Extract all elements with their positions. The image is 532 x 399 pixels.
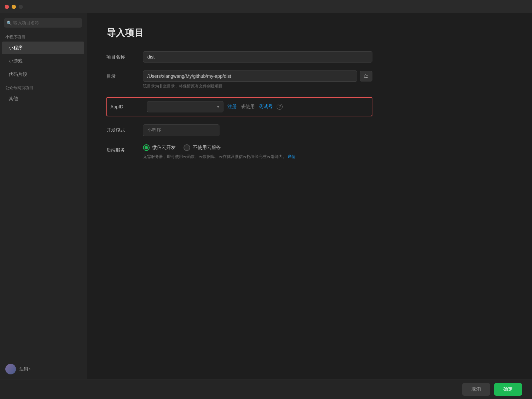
radio-option-cloud[interactable]: 微信云开发 bbox=[143, 144, 176, 151]
bottom-bar: 取消 确定 bbox=[0, 379, 532, 399]
radio-circle-cloud bbox=[143, 144, 150, 151]
appid-label: AppID bbox=[110, 104, 140, 109]
detail-link[interactable]: 详情 bbox=[288, 154, 296, 159]
logout-button[interactable]: 注销 › bbox=[19, 366, 31, 372]
form-row-name: 项目名称 bbox=[106, 51, 372, 63]
cancel-button[interactable]: 取消 bbox=[462, 383, 490, 396]
app-body: 🔍 小程序项目 小程序 小游戏 代码片段 公众号网页项目 其他 注销 › 导入项… bbox=[0, 13, 532, 379]
backend-label: 后端服务 bbox=[106, 144, 136, 153]
section-title-webproject: 公众号网页项目 bbox=[0, 81, 86, 92]
appid-row: AppID ▼ 注册 或使用 测试号 ? bbox=[106, 97, 372, 116]
backend-field: 微信云开发 不使用云服务 无需服务器，即可使用云函数、云数据库、云存储及微信云托… bbox=[143, 144, 372, 160]
close-button[interactable] bbox=[5, 5, 9, 9]
directory-input[interactable] bbox=[143, 70, 357, 82]
sidebar-item-other[interactable]: 其他 bbox=[2, 92, 84, 105]
radio-option-nocloud[interactable]: 不使用云服务 bbox=[184, 144, 221, 151]
minimize-button[interactable] bbox=[12, 5, 16, 9]
titlebar bbox=[0, 0, 532, 13]
form-row-dir: 目录 🗂 该目录为非空目录，将保留原有文件创建项目 bbox=[106, 70, 372, 89]
sidebar-footer: 注销 › bbox=[0, 359, 86, 379]
section-title-miniprogram: 小程序项目 bbox=[0, 32, 86, 41]
name-label: 项目名称 bbox=[106, 51, 136, 60]
devmode-value: 小程序 bbox=[143, 124, 219, 136]
directory-wrapper: 🗂 bbox=[143, 70, 372, 82]
name-field bbox=[143, 51, 372, 63]
form-row-devmode: 开发模式 小程序 bbox=[106, 124, 372, 136]
appid-select[interactable] bbox=[147, 101, 223, 112]
sidebar: 🔍 小程序项目 小程序 小游戏 代码片段 公众号网页项目 其他 注销 › bbox=[0, 13, 86, 379]
search-wrapper: 🔍 bbox=[4, 18, 82, 28]
testid-link[interactable]: 测试号 bbox=[259, 104, 273, 110]
sidebar-item-codesnippet[interactable]: 代码片段 bbox=[2, 68, 84, 81]
backend-desc: 无需服务器，即可使用云函数、云数据库、云存储及微信云托管等完整云端能力。 详情 bbox=[143, 154, 342, 160]
folder-icon: 🗂 bbox=[363, 73, 369, 79]
help-icon[interactable]: ? bbox=[277, 104, 283, 110]
dir-label: 目录 bbox=[106, 70, 136, 79]
sidebar-item-miniprogram[interactable]: 小程序 bbox=[2, 42, 84, 54]
confirm-button[interactable]: 确定 bbox=[494, 383, 522, 396]
main-content: 导入项目 项目名称 目录 🗂 该目 bbox=[86, 13, 532, 379]
or-text: 或使用 bbox=[241, 104, 255, 110]
appid-select-wrapper: ▼ bbox=[147, 101, 223, 112]
page-title: 导入项目 bbox=[106, 27, 512, 39]
register-link[interactable]: 注册 bbox=[227, 104, 237, 110]
appid-field: ▼ 注册 或使用 测试号 ? bbox=[147, 101, 368, 112]
search-input[interactable] bbox=[4, 18, 82, 28]
radio-group: 微信云开发 不使用云服务 bbox=[143, 144, 372, 151]
dir-hint: 该目录为非空目录，将保留原有文件创建项目 bbox=[143, 83, 372, 89]
form-container: 项目名称 目录 🗂 该目录为非空目录，将保留原有文件创建项目 bbox=[106, 51, 372, 168]
form-row-backend: 后端服务 微信云开发 不使用云服务 bbox=[106, 144, 372, 160]
devmode-label: 开发模式 bbox=[106, 124, 136, 133]
devmode-field: 小程序 bbox=[143, 124, 372, 136]
folder-browse-button[interactable]: 🗂 bbox=[360, 71, 372, 81]
radio-inner-cloud bbox=[145, 146, 148, 149]
radio-circle-nocloud bbox=[184, 144, 190, 151]
maximize-button bbox=[19, 5, 23, 9]
radio-label-cloud: 微信云开发 bbox=[152, 145, 176, 151]
dir-field: 🗂 该目录为非空目录，将保留原有文件创建项目 bbox=[143, 70, 372, 89]
sidebar-item-minigame[interactable]: 小游戏 bbox=[2, 55, 84, 67]
avatar bbox=[5, 364, 16, 374]
project-name-input[interactable] bbox=[143, 51, 372, 63]
radio-label-nocloud: 不使用云服务 bbox=[193, 145, 221, 151]
